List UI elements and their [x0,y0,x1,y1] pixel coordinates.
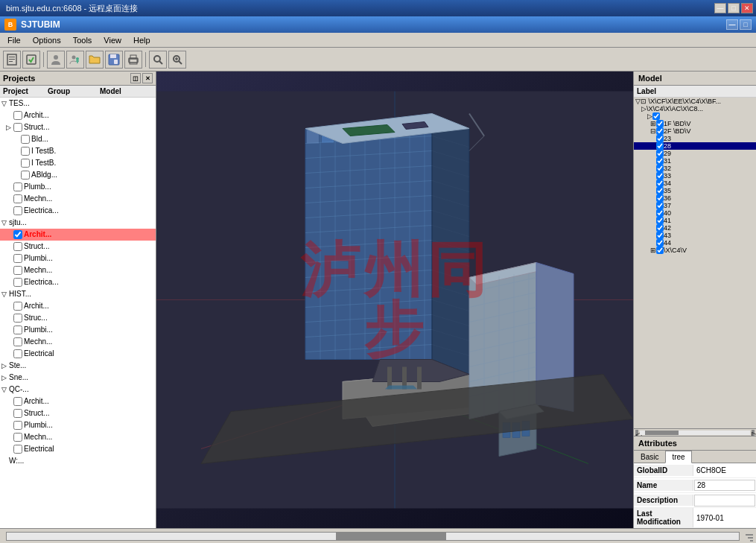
app-window-controls: — □ [726,19,752,30]
left-panel: Projects ◫ ✕ Project Group Model ▽ TES..… [0,72,156,528]
toolbar-btn-search[interactable] [149,51,167,69]
main-hscrollbar[interactable] [6,532,740,541]
model-node-root[interactable]: ▽⊡ \X\CF\X\EE\X\C4\X\BF... [634,98,756,105]
window-minimize-btn[interactable]: — [714,3,726,13]
tree-node-testb1[interactable]: I TestB. [0,145,156,157]
menu-options[interactable]: Options [27,34,67,46]
model-node-42[interactable]: 42 [634,224,756,232]
model-node-sub1[interactable]: ▷\X\C4\X\AC\X\C8... [634,105,756,112]
window-title: bim.sjtu.edu.cn:6608 - 远程桌面连接 [3,3,714,14]
toolbar-btn-2[interactable] [22,51,40,69]
model-node-40[interactable]: 40 [634,209,756,217]
tree-node-sjtu[interactable]: ▽ sjtu... [0,217,156,229]
tree-node-struct1[interactable]: ▷ Struct... [0,121,156,133]
model-hscroll-right-btn[interactable]: ▷ [752,430,755,436]
model-node-43[interactable]: 43 [634,232,756,239]
svg-point-6 [72,55,76,59]
app-minimize-btn[interactable]: — [726,19,738,30]
model-hscroll-left-btn[interactable]: ◁ [635,430,638,436]
attr-val-description [694,495,755,507]
toolbar-btn-save[interactable] [105,51,123,69]
svg-point-5 [54,55,58,60]
panel-close-btn[interactable]: ✕ [142,73,153,83]
app-maximize-btn[interactable]: □ [740,19,752,30]
tree-node-plumbi4[interactable]: Plumbi... [0,419,156,431]
tree-node-mechn1[interactable]: Mechn... [0,193,156,205]
model-node-check[interactable]: ▷ [634,112,756,120]
tree-node-mechn4[interactable]: Mechn... [0,431,156,443]
tree-node-hist[interactable]: ▽ HIST... [0,288,156,300]
window-maximize-btn[interactable]: □ [728,3,740,13]
tree-node-archit4[interactable]: Archit... [0,396,156,407]
tree-node-plumb1[interactable]: Plumb... [0,181,156,193]
attr-key-name: Name [634,480,693,491]
tree-node-archit2[interactable]: Archit... [0,229,156,241]
model-node-xc4[interactable]: ⊞\X\C4\V [634,247,756,254]
model-node-32[interactable]: 32 [634,165,756,172]
tree-node-archit1[interactable]: Archit... [0,109,156,121]
toolbar-btn-folder[interactable] [86,51,104,69]
svg-rect-13 [130,59,137,64]
model-node-41[interactable]: 41 [634,217,756,224]
model-node-28[interactable]: 28 [634,142,756,150]
tree-node-bld[interactable]: Bld... [0,133,156,145]
main-hscrollbar-thumb[interactable] [336,533,445,540]
svg-rect-11 [110,54,116,58]
model-hscroll-thumb[interactable] [645,431,678,435]
panel-restore-btn[interactable]: ◫ [130,73,141,83]
model-node-31[interactable]: 31 [634,157,756,165]
model-hscroll[interactable]: ◁ ▷ [634,428,756,436]
tree-node-sne[interactable]: ▷ Sne... [0,372,156,384]
model-node-1f[interactable]: ⊞1F \BD\V [634,120,756,127]
tree-node-elec4[interactable]: Electrical [0,443,156,455]
toolbar-btn-person1[interactable] [47,51,65,69]
tree-node-elec2[interactable]: Electrica... [0,276,156,288]
toolbar-btn-1[interactable] [3,51,21,69]
model-tree[interactable]: ▽⊡ \X\CF\X\EE\X\C4\X\BF... ▷\X\C4\X\AC\X… [634,98,756,428]
projects-table-header: Project Group Model [0,86,156,98]
tree-node-elec1[interactable]: Electrica... [0,205,156,217]
tree-node-struc3[interactable]: Struc... [0,312,156,324]
tree-node-mechn2[interactable]: Mechn... [0,264,156,276]
menu-view[interactable]: View [98,34,127,46]
model-node-29[interactable]: 29 [634,150,756,157]
right-panel: Model Label ▽⊡ \X\CF\X\EE\X\C4\X\BF... ▷… [633,72,756,528]
attr-tab-tree[interactable]: tree [665,451,691,463]
tree-node-plumbi2[interactable]: Plumbi... [0,253,156,264]
model-node-37[interactable]: 37 [634,202,756,209]
tree-node-w[interactable]: W:... [0,455,156,467]
model-node-34[interactable]: 34 [634,180,756,187]
grip-line1 [746,534,753,536]
menu-file[interactable]: File [1,34,27,46]
model-node-36[interactable]: 36 [634,194,756,202]
tree-node-archit3[interactable]: Archit... [0,300,156,312]
model-node-23[interactable]: 23 [634,135,756,142]
toolbar-btn-person2[interactable] [66,51,84,69]
menu-tools[interactable]: Tools [67,34,98,46]
model-node-35[interactable]: 35 [634,187,756,194]
tree-node-mechn3[interactable]: Mechn... [0,336,156,348]
toolbar-btn-zoom[interactable] [168,51,186,69]
tree-node-struct2[interactable]: Struct... [0,241,156,253]
tree-node-ste[interactable]: ▷ Ste... [0,360,156,372]
projects-tree[interactable]: ▽ TES... Archit... ▷ Struct... Bld... I … [0,98,156,528]
toolbar-separator-1 [43,52,44,67]
model-node-33[interactable]: 33 [634,172,756,180]
tree-node-struct4[interactable]: Struct... [0,407,156,419]
model-node-44[interactable]: 44 [634,239,756,247]
toolbar-btn-print[interactable] [124,51,142,69]
col-project: Project [1,86,46,96]
tree-node-qc[interactable]: ▽ QC-... [0,384,156,396]
tree-node-tes[interactable]: ▽ TES... [0,98,156,109]
tree-node-elec3[interactable]: Electrical [0,348,156,360]
attr-tab-basic[interactable]: Basic [634,451,665,463]
attr-val-globalid: 6CH8OE [693,465,756,476]
tree-node-testb2[interactable]: I TestB. [0,157,156,169]
menu-help[interactable]: Help [127,34,156,46]
window-close-btn[interactable]: ✕ [741,3,753,13]
tree-node-abldg[interactable]: ABldg... [0,169,156,181]
viewport: 泸州同 步 [156,72,633,528]
attributes-header: Attributes [634,436,756,451]
tree-node-plumbi3[interactable]: Plumbi... [0,324,156,336]
model-node-2f[interactable]: ⊟2F \BD\V [634,127,756,135]
